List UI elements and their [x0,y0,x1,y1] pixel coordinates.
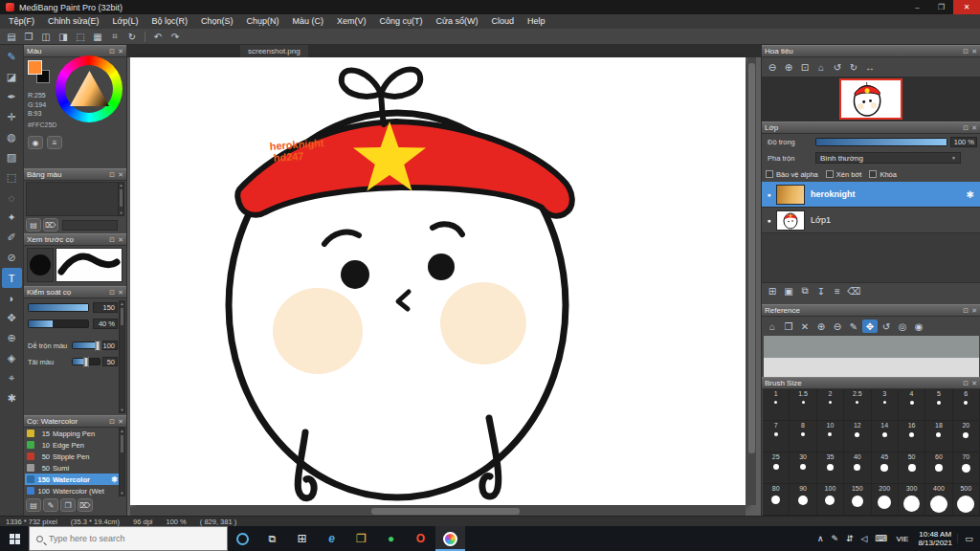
mix-slider[interactable] [72,342,100,349]
popout-icon[interactable]: ⊡ [109,289,115,297]
close-icon[interactable]: ✕ [971,307,977,315]
cortana-button[interactable] [228,526,257,551]
ref-hand-icon[interactable]: ✥ [862,320,878,333]
brush-size-cell[interactable]: 6 [953,389,980,421]
add-color-button[interactable]: ▤ [26,218,41,231]
snap-icon[interactable]: ⌗ [106,30,123,43]
actual-size-icon[interactable]: ⌂ [813,60,829,74]
tray-chevron-icon[interactable]: ∧ [813,534,828,543]
brush-list-item[interactable]: 50Sumi [25,462,120,474]
opacity-slider[interactable] [815,138,947,146]
layer-checkbox[interactable]: Xén bớt [826,170,862,179]
color-wheel[interactable] [56,55,122,122]
close-icon[interactable]: ✕ [971,124,977,132]
merge-layer-icon[interactable]: ≡ [830,284,845,298]
popout-icon[interactable]: ⊡ [109,418,115,426]
brush-list-item[interactable]: 50Stipple Pen [25,451,120,462]
brush-size-cell[interactable]: 70 [953,452,980,484]
minimize-button[interactable]: – [905,0,929,14]
opera-browser[interactable]: O [406,526,435,551]
foreground-color-swatch[interactable] [28,60,42,75]
brush-size-cell[interactable]: 4 [899,389,925,421]
brush-size-cell[interactable]: 150 [844,484,871,516]
close-icon[interactable]: ✕ [118,289,123,297]
canvas-vertical-scrollbar[interactable] [747,57,756,505]
brush-size-slider[interactable] [28,303,89,312]
brush-size-cell[interactable]: 60 [925,452,952,484]
language-indicator[interactable]: VIE [892,535,914,543]
microsoft-store[interactable]: ⊞ [287,526,317,551]
delete-layer-icon[interactable]: ⌫ [846,284,861,298]
add-brush-button[interactable]: ▤ [26,498,41,512]
brush-size-cell[interactable]: 20 [953,421,980,452]
palette-swatches[interactable] [26,182,119,216]
close-icon[interactable]: ✕ [971,48,977,55]
redo-icon[interactable]: ↷ [167,30,184,43]
close-icon[interactable]: ✕ [118,236,123,244]
brush-tool[interactable]: ✎ [2,47,22,67]
settings-tool[interactable]: ✱ [2,388,22,408]
brush-size-cell[interactable]: 40 [844,452,871,484]
fill-tool[interactable]: ◍ [2,127,22,147]
close-icon[interactable]: ✕ [118,418,123,426]
close-icon[interactable]: ✕ [971,380,977,387]
brush-size-cell[interactable]: 16 [899,421,925,452]
popout-icon[interactable]: ⊡ [109,236,115,244]
brush-size-cell[interactable]: 500 [953,484,980,516]
blend-mode-select[interactable]: Bình thường ▼ [815,152,961,164]
menu-item[interactable]: Bộ lọc(R) [145,14,194,29]
maximize-button[interactable]: ❐ [929,0,953,14]
hand-tool[interactable]: ✥ [2,308,22,328]
move-tool[interactable]: ✛ [2,107,22,127]
brush-size-cell[interactable]: 7 [763,421,790,452]
tray-keyboard-icon[interactable]: ⌨ [872,534,892,543]
menu-item[interactable]: Chụp(N) [240,14,286,29]
slider-knob[interactable] [84,357,89,367]
load-slider[interactable] [72,358,100,365]
open-file-icon[interactable]: ❐ [20,30,37,43]
brush-size-cell[interactable]: 300 [899,484,925,516]
close-icon[interactable]: ✕ [118,48,123,55]
ref-close-icon[interactable]: ✕ [797,320,813,333]
brush-size-cell[interactable]: 30 [790,452,816,484]
reset-view-icon[interactable]: ↔ [862,60,878,74]
brush-size-cell[interactable]: 1 [763,389,790,421]
brush-list-item[interactable]: 15Mapping Pen [25,428,120,439]
new-file-icon[interactable]: ▤ [3,30,20,43]
popout-icon[interactable]: ⊡ [963,307,969,315]
file-explorer[interactable]: ❐ [346,526,376,551]
select-rect-tool[interactable]: ⬚ [2,167,22,187]
medibang-paint[interactable] [435,526,465,551]
navigator-thumbnail[interactable] [839,78,902,120]
gradient-tool[interactable]: ▨ [2,147,22,167]
fit-window-icon[interactable]: ⊡ [797,60,813,74]
edit-brush-button[interactable]: ✎ [43,498,58,512]
grid-icon[interactable]: ▦ [89,30,106,43]
brush-size-cell[interactable]: 400 [925,484,952,516]
magic-wand-tool[interactable]: ✦ [2,208,22,228]
duplicate-brush-button[interactable]: ❐ [60,498,76,512]
brush-size-cell[interactable]: 200 [872,484,899,516]
tray-volume-icon[interactable]: ◁ [858,534,872,543]
menu-item[interactable]: Chỉnh sửa(E) [41,14,106,29]
color-slider-button[interactable]: ≡ [47,136,62,149]
ref-open-icon[interactable]: ❐ [781,320,796,333]
export-icon[interactable]: ◨ [55,30,72,43]
rotate-right-icon[interactable]: ↻ [846,60,861,74]
brush-opacity-slider[interactable] [28,320,89,328]
brush-size-cell[interactable]: 8 [790,421,816,452]
brush-size-cell[interactable]: 90 [790,484,816,516]
delete-color-button[interactable]: ⌦ [43,218,58,231]
tray-pen-icon[interactable]: ✎ [827,534,842,543]
transfer-layer-icon[interactable]: ↧ [813,284,829,298]
layer-folder-icon[interactable]: ▣ [781,284,796,298]
transform-icon[interactable]: ⬚ [72,30,89,43]
brush-size-cell[interactable]: 2.5 [844,389,871,421]
canvas[interactable]: heroknight hd247 [130,57,746,505]
text-tool[interactable]: T [2,268,22,288]
visibility-icon[interactable]: ● [762,217,776,224]
rotate-icon[interactable]: ↻ [123,30,141,43]
brush-size-cell[interactable]: 3 [872,389,899,421]
ref-color-icon[interactable]: ◉ [911,320,926,333]
menu-item[interactable]: Cloud [485,14,522,29]
